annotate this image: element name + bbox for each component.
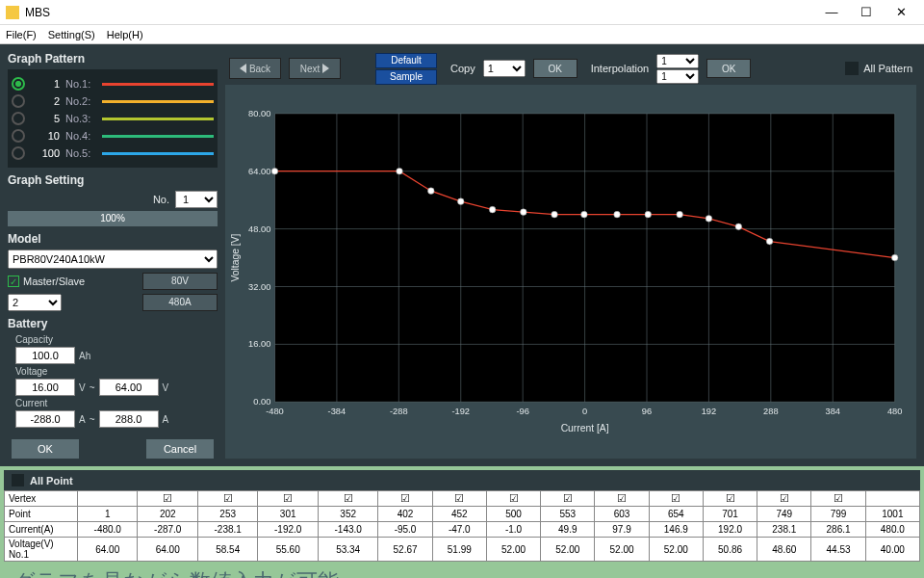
model-select[interactable]: PBR80V240A10kW [8, 250, 218, 269]
ok-button[interactable]: OK [12, 439, 79, 459]
pattern-row-10[interactable]: 10 No.4: [12, 127, 214, 144]
maximize-button[interactable]: ☐ [849, 1, 884, 24]
table-cell[interactable]: 51.99 [432, 538, 486, 562]
table-cell[interactable]: 238.1 [757, 522, 811, 538]
table-cell[interactable]: -480.0 [78, 522, 138, 538]
pattern-row-5[interactable]: 5 No.3: [12, 110, 214, 127]
table-cell[interactable]: 701 [703, 507, 757, 522]
table-cell[interactable]: 654 [649, 507, 703, 522]
all-pattern-checkbox[interactable] [845, 62, 859, 75]
table-cell[interactable]: 749 [757, 507, 811, 522]
table-cell[interactable]: 1 [78, 507, 138, 522]
pattern-row-100[interactable]: 100 No.5: [12, 144, 214, 162]
table-cell[interactable]: 253 [197, 507, 257, 522]
table-cell[interactable] [865, 491, 919, 507]
interpolation-select-b[interactable]: 1 [656, 69, 699, 84]
back-button[interactable]: Back [229, 58, 281, 79]
interpolation-select-a[interactable]: 1 [656, 54, 699, 68]
master-slave-check[interactable]: ✓ [8, 276, 19, 287]
menu-file[interactable]: File(F) [6, 29, 37, 40]
pattern-row-2[interactable]: 2 No.2: [12, 92, 214, 110]
table-cell[interactable]: -238.1 [197, 522, 257, 538]
close-button[interactable]: ✕ [884, 1, 918, 24]
table-cell[interactable]: 64.00 [138, 538, 197, 562]
pattern-row-1[interactable]: 1 No.1: [12, 75, 214, 92]
table-cell[interactable]: 52.00 [649, 538, 703, 562]
table-cell[interactable]: 553 [541, 507, 595, 522]
table-cell[interactable]: 49.9 [541, 522, 595, 538]
table-cell[interactable]: -47.0 [432, 522, 486, 538]
table-cell[interactable]: 500 [486, 507, 540, 522]
master-slave-count[interactable]: 2 [8, 294, 62, 311]
capacity-input[interactable] [15, 347, 75, 364]
sample-button[interactable]: Sample [375, 69, 437, 85]
table-cell[interactable]: 50.86 [703, 538, 757, 562]
table-cell[interactable]: ☑ [595, 491, 649, 507]
interpolation-ok-button[interactable]: OK [706, 59, 751, 78]
table-cell[interactable]: 97.9 [595, 522, 649, 538]
voltage-min-input[interactable] [15, 379, 75, 396]
table-cell[interactable]: 48.60 [757, 538, 811, 562]
table-cell[interactable]: 58.54 [197, 538, 257, 562]
table-cell[interactable]: 352 [318, 507, 377, 522]
table-cell[interactable]: 52.00 [486, 538, 540, 562]
table-cell[interactable]: ☑ [486, 491, 540, 507]
table-cell[interactable]: ☑ [649, 491, 703, 507]
table-cell[interactable]: 603 [595, 507, 649, 522]
table-cell[interactable]: 452 [432, 507, 486, 522]
table-cell[interactable]: -192.0 [258, 522, 318, 538]
current-min-input[interactable] [15, 410, 75, 428]
table-cell[interactable]: ☑ [318, 491, 377, 507]
table-row-header: Current(A) [5, 522, 78, 538]
svg-point-46 [645, 211, 652, 218]
copy-ok-button[interactable]: OK [533, 59, 578, 78]
default-button[interactable]: Default [375, 53, 437, 68]
table-cell[interactable]: ☑ [258, 491, 318, 507]
voltage-max-input[interactable] [99, 379, 159, 396]
capacity-label: Capacity [15, 334, 218, 345]
table-cell[interactable]: 53.34 [318, 538, 377, 562]
table-cell[interactable]: 799 [811, 507, 865, 522]
master-slave-amp: 480A [142, 294, 218, 311]
table-cell[interactable]: ☑ [138, 491, 197, 507]
cancel-button[interactable]: Cancel [146, 439, 214, 459]
setting-no-select[interactable]: 1 [175, 191, 218, 208]
table-cell[interactable]: 286.1 [811, 522, 865, 538]
menu-help[interactable]: Help(H) [107, 29, 143, 40]
all-point-checkbox[interactable] [12, 474, 24, 486]
table-cell[interactable]: 402 [378, 507, 432, 522]
table-cell[interactable]: ☑ [757, 491, 811, 507]
table-cell[interactable]: 480.0 [865, 522, 919, 538]
table-cell[interactable]: 64.00 [78, 538, 138, 562]
table-cell[interactable]: ☑ [541, 491, 595, 507]
table-cell[interactable]: 1001 [865, 507, 919, 522]
table-cell[interactable]: ☑ [197, 491, 257, 507]
table-cell[interactable]: ☑ [703, 491, 757, 507]
table-cell[interactable]: ☑ [432, 491, 486, 507]
table-cell[interactable]: 192.0 [703, 522, 757, 538]
battery-title: Battery [8, 317, 218, 330]
table-cell[interactable]: -1.0 [486, 522, 540, 538]
table-cell[interactable]: -287.0 [138, 522, 197, 538]
minimize-button[interactable]: — [814, 1, 849, 24]
table-cell[interactable]: 55.60 [258, 538, 318, 562]
table-cell[interactable]: 202 [138, 507, 197, 522]
table-cell[interactable]: -95.0 [378, 522, 432, 538]
next-button[interactable]: Next [289, 58, 341, 79]
voltage-current-chart[interactable]: -480-384-288-192-960961922883844800.0016… [229, 92, 905, 451]
table-cell[interactable]: 40.00 [865, 538, 919, 562]
table-cell[interactable]: 52.67 [378, 538, 432, 562]
table-cell[interactable] [78, 491, 138, 507]
copy-select[interactable]: 1 [483, 60, 526, 77]
table-cell[interactable]: 146.9 [649, 522, 703, 538]
table-cell[interactable]: 44.53 [811, 538, 865, 562]
table-cell[interactable]: 301 [258, 507, 318, 522]
table-cell[interactable]: ☑ [378, 491, 432, 507]
current-max-input[interactable] [99, 410, 159, 428]
table-cell[interactable]: 52.00 [541, 538, 595, 562]
menu-setting[interactable]: Setting(S) [48, 29, 95, 40]
table-cell[interactable]: 52.00 [595, 538, 649, 562]
pattern-radio-icon [12, 129, 25, 143]
table-cell[interactable]: ☑ [811, 491, 865, 507]
table-cell[interactable]: -143.0 [318, 522, 377, 538]
